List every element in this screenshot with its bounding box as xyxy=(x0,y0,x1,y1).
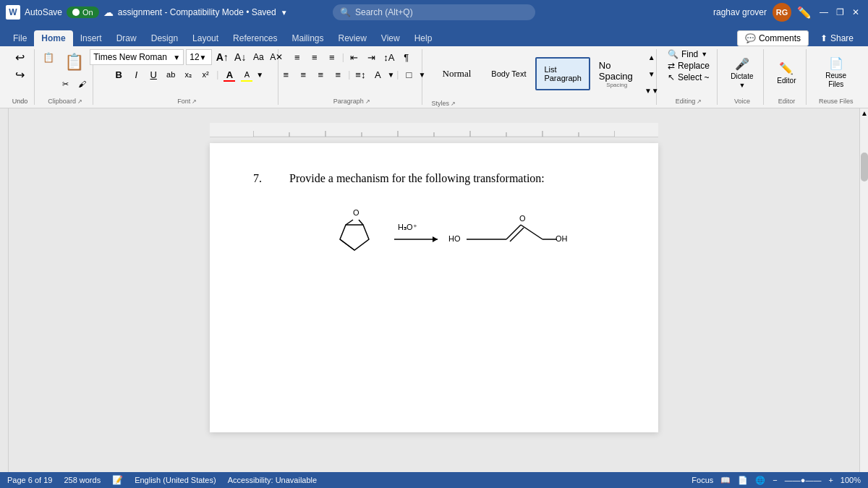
doc-area[interactable]: 7. Provide a mechanism for the following… xyxy=(9,108,859,488)
align-right-button[interactable]: ≡ xyxy=(312,67,328,82)
format-painter-button[interactable]: 🖌 xyxy=(75,76,90,92)
language[interactable]: English (United States) xyxy=(135,476,216,484)
styles-expand[interactable]: ▼▼ xyxy=(644,82,660,98)
status-bar: Page 6 of 19 258 words 📝 English (United… xyxy=(0,472,868,488)
read-mode-icon[interactable]: 📖 xyxy=(720,476,731,485)
tab-design[interactable]: Design xyxy=(144,30,185,46)
align-center-button[interactable]: ≡ xyxy=(295,67,311,82)
styles-scroll-down[interactable]: ▼ xyxy=(644,66,660,82)
font-size-selector[interactable]: 12 ▼ xyxy=(186,49,212,65)
tab-help[interactable]: Help xyxy=(407,30,440,46)
font-expand[interactable]: ↗ xyxy=(192,98,197,105)
style-body-text[interactable]: Body Text xyxy=(483,57,534,90)
superscript-button[interactable]: x² xyxy=(197,67,213,82)
autosave-toggle[interactable]: On xyxy=(67,7,99,18)
style-normal[interactable]: Normal xyxy=(431,57,482,90)
paragraph-group: ≡ ≡ ≡ | ⇤ ⇥ ↕A ¶ ≡ ≡ ≡ ≡ | ≡↕ A xyxy=(281,49,422,105)
paragraph-expand[interactable]: ↗ xyxy=(365,98,370,105)
style-no-spacing[interactable]: No Spacing Spacing xyxy=(592,57,642,90)
border-arrow[interactable]: ▼ xyxy=(418,71,425,79)
highlight-button[interactable]: A xyxy=(239,67,255,82)
paste-button[interactable]: 📋 xyxy=(61,49,87,75)
close-button[interactable]: ✕ xyxy=(849,6,862,19)
border-button[interactable]: □ xyxy=(401,67,417,82)
clipboard-expand[interactable]: ↗ xyxy=(77,98,82,105)
change-case-button[interactable]: Aa xyxy=(250,49,266,65)
web-layout-icon[interactable]: 🌐 xyxy=(755,476,765,485)
bold-button[interactable]: B xyxy=(111,67,127,82)
svg-text:OH: OH xyxy=(556,234,568,243)
pen-icon[interactable]: ✏️ xyxy=(797,6,812,20)
tab-insert[interactable]: Insert xyxy=(73,30,109,46)
zoom-out-button[interactable]: − xyxy=(773,476,777,484)
focus-button[interactable]: Focus xyxy=(692,476,713,484)
print-layout-icon[interactable]: 📄 xyxy=(738,476,748,485)
increase-indent-button[interactable]: ⇥ xyxy=(364,49,380,65)
dropdown-arrow[interactable]: ▼ xyxy=(281,9,288,17)
tab-view[interactable]: View xyxy=(374,30,407,46)
replace-button[interactable]: ⇄ Replace xyxy=(668,61,710,71)
minimize-button[interactable]: — xyxy=(817,6,830,19)
scroll-up-button[interactable]: ▲ xyxy=(860,108,868,117)
zoom-in-button[interactable]: + xyxy=(828,476,833,484)
replace-icon: ⇄ xyxy=(668,61,675,71)
sort-button[interactable]: ↕A xyxy=(381,49,397,65)
accessibility[interactable]: Accessibility: Unavailable xyxy=(228,476,318,484)
font-color-button[interactable]: A xyxy=(221,67,237,82)
underline-button[interactable]: U xyxy=(145,67,161,82)
zoom-level[interactable]: 100% xyxy=(841,476,861,484)
tab-home[interactable]: Home xyxy=(34,30,72,46)
subscript-button[interactable]: x₂ xyxy=(180,67,196,82)
size-dropdown-arrow[interactable]: ▼ xyxy=(200,53,207,61)
shrink-font-button[interactable]: A↓ xyxy=(232,49,248,65)
editor-button[interactable]: ✏️ Editor xyxy=(773,60,800,86)
font-group: Times New Roman ▼ 12 ▼ A↑ A↓ Aa A✕ B I U xyxy=(96,49,278,105)
italic-button[interactable]: I xyxy=(128,67,144,82)
styles-scroll-up[interactable]: ▲ xyxy=(644,49,660,65)
tab-review[interactable]: Review xyxy=(331,30,374,46)
page-info: Page 6 of 19 xyxy=(7,476,52,484)
find-button[interactable]: 🔍 Find ▼ xyxy=(668,49,707,59)
shading-button[interactable]: A xyxy=(370,67,386,82)
shading-arrow[interactable]: ▼ xyxy=(387,71,394,79)
scrollbar-thumb[interactable] xyxy=(861,153,868,181)
svg-text:O: O xyxy=(519,214,526,223)
tab-draw[interactable]: Draw xyxy=(109,30,144,46)
dictate-button[interactable]: 🎤 Dictate ▼ xyxy=(726,56,757,90)
cut-button[interactable]: ✂ xyxy=(58,76,74,92)
reuse-files-button[interactable]: 📄 Reuse Files xyxy=(815,55,856,90)
tab-mailings[interactable]: Mailings xyxy=(284,30,331,46)
grow-font-button[interactable]: A↑ xyxy=(214,49,230,65)
align-left-button[interactable]: ≡ xyxy=(278,67,294,82)
bullets-button[interactable]: ≡ xyxy=(289,49,305,65)
strikethrough-button[interactable]: ab xyxy=(163,67,179,82)
comments-button[interactable]: 💬 Comments xyxy=(737,30,809,46)
multilevel-button[interactable]: ≡ xyxy=(324,49,340,65)
restore-button[interactable]: ❐ xyxy=(833,6,846,19)
zoom-slider[interactable]: ——●—— xyxy=(785,476,822,484)
search-bar[interactable]: 🔍 Search (Alt+Q) xyxy=(333,4,535,20)
numbering-button[interactable]: ≡ xyxy=(307,49,323,65)
doc-page: 7. Provide a mechanism for the following… xyxy=(210,143,658,432)
line-spacing-button[interactable]: ≡↕ xyxy=(352,67,368,82)
font-dropdown-extra[interactable]: ▼ xyxy=(256,71,263,79)
select-button[interactable]: ↖ Select ~ xyxy=(668,72,710,82)
decrease-indent-button[interactable]: ⇤ xyxy=(346,49,362,65)
tab-layout[interactable]: Layout xyxy=(185,30,226,46)
justify-button[interactable]: ≡ xyxy=(330,67,346,82)
tab-file[interactable]: File xyxy=(6,30,34,46)
font-dropdown-arrow[interactable]: ▼ xyxy=(173,53,180,61)
share-button[interactable]: ⬆ Share xyxy=(812,31,862,46)
styles-expand-btn[interactable]: ↗ xyxy=(451,100,456,107)
vertical-scrollbar[interactable]: ▲ ▼ xyxy=(859,108,868,488)
show-marks-button[interactable]: ¶ xyxy=(399,49,414,65)
font-name-selector[interactable]: Times New Roman ▼ xyxy=(90,49,184,65)
style-list-paragraph[interactable]: List Paragraph xyxy=(535,57,590,90)
editing-expand[interactable]: ↗ xyxy=(697,98,702,105)
redo-button[interactable]: ↪ xyxy=(12,67,28,82)
user-avatar: RG xyxy=(773,3,791,22)
tab-references[interactable]: References xyxy=(226,30,284,46)
copy-button[interactable]: 📋 xyxy=(41,49,56,65)
track-changes-icon[interactable]: 📝 xyxy=(112,475,123,485)
undo-button[interactable]: ↩ xyxy=(12,49,28,65)
